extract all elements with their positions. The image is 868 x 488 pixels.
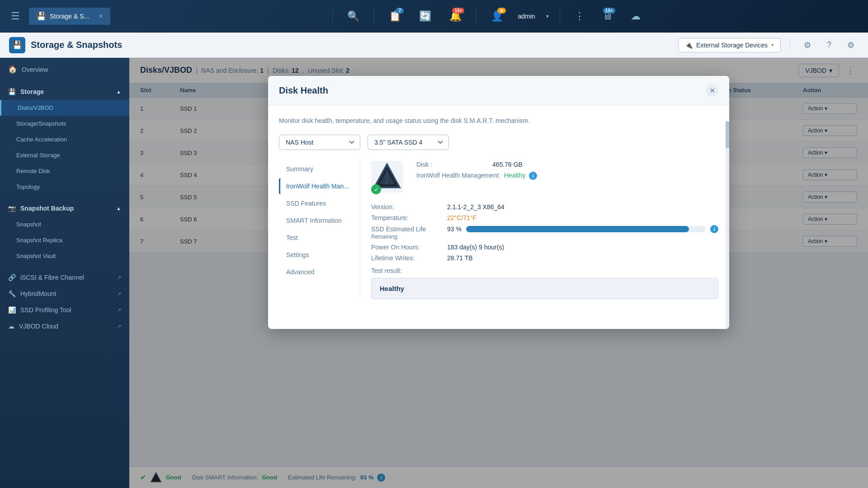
- header-divider-1: [790, 38, 790, 52]
- hybridmount-ext-icon: ↗: [117, 291, 121, 297]
- sidebar-item-cache-acceleration[interactable]: Cache Acceleration: [0, 131, 129, 147]
- settings-btn[interactable]: ⚙: [799, 37, 816, 53]
- cloud-btn[interactable]: ☁: [627, 7, 644, 26]
- ironwolf-health-label: IronWolf Health Management:: [416, 172, 500, 179]
- modal-title: Disk Health: [279, 85, 706, 96]
- power-on-row: Power On Hours: 183 day(s) 9 hour(s): [371, 244, 718, 251]
- sidebar-item-topology[interactable]: Topology: [0, 179, 129, 195]
- modal-body: Monitor disk health, temperature, and us…: [268, 105, 729, 329]
- hamburger-menu[interactable]: ☰: [7, 7, 24, 26]
- topbar-center: 🔍 📋 7 🔄 🔔 10+ 👤 ★ admin ▾ ⋮ 🖥 10+ ☁: [116, 7, 861, 26]
- modal-nav: Summary IronWolf Health Man... SSD Featu…: [279, 161, 360, 299]
- sidebar-storage-section: 💾 Storage ▲ Disks/VJBOD Storage/Snapshot…: [0, 81, 129, 197]
- nav-item-summary[interactable]: Summary: [279, 161, 360, 177]
- snapshot-group-icon: 📷: [8, 205, 16, 212]
- sidebar-storage-group[interactable]: 💾 Storage ▲: [0, 84, 129, 100]
- settings-icon: ⚙: [804, 40, 811, 50]
- ssd-profiling-icon: 📊: [8, 306, 16, 314]
- admin-label[interactable]: admin: [518, 13, 535, 20]
- detail-top: ✓ Disk : 465.76 GB IronWolf Health Manag…: [371, 161, 718, 194]
- ssd-life-label: SSD Estimated LifeRemaining:: [371, 225, 443, 240]
- nav-item-ironwolf[interactable]: IronWolf Health Man...: [279, 178, 360, 194]
- disk-value: 465.76 GB: [492, 161, 523, 168]
- test-result-label: Test result:: [371, 267, 718, 274]
- ironwolf-icon-area: ✓: [371, 161, 407, 194]
- modal-content: Summary IronWolf Health Man... SSD Featu…: [279, 161, 718, 299]
- external-storage-btn[interactable]: 🔌 External Storage Devices ▾: [678, 38, 781, 52]
- tab-close-btn[interactable]: ✕: [99, 13, 103, 19]
- sidebar-item-disks-vjbod[interactable]: Disks/VJBOD: [0, 100, 129, 116]
- sidebar-item-snapshot-vault-label: Snapshot Vault: [16, 253, 56, 259]
- updates-btn[interactable]: 🖥 10+: [599, 7, 616, 26]
- modal-overlay: Disk Health ✕ Monitor disk health, tempe…: [129, 58, 868, 488]
- storage-chevron: ▲: [116, 89, 121, 94]
- sidebar-item-hybridmount[interactable]: 🔧 HybridMount ↗: [0, 286, 129, 302]
- power-on-label: Power On Hours:: [371, 244, 443, 251]
- ironwolf-health-value: Healthy: [504, 172, 525, 179]
- nav-item-ssd-features[interactable]: SSD Features: [279, 195, 360, 211]
- nav-item-smart[interactable]: SMART Information: [279, 212, 360, 229]
- sidebar-item-iscsi[interactable]: 🔗 iSCSI & Fibre Channel ↗: [0, 269, 129, 286]
- search-btn[interactable]: 🔍: [344, 7, 363, 26]
- help-btn[interactable]: ?: [821, 37, 837, 53]
- sidebar-item-vjbod-cloud[interactable]: ☁ VJBOD Cloud ↗: [0, 318, 129, 334]
- hybridmount-icon: 🔧: [8, 290, 16, 297]
- sidebar-item-hybridmount-label: HybridMount: [20, 290, 56, 297]
- gear-btn[interactable]: ⚙: [843, 37, 859, 53]
- modal-close-btn[interactable]: ✕: [706, 84, 718, 97]
- sidebar-item-ssd-profiling[interactable]: 📊 SSD Profiling Tool ↗: [0, 302, 129, 318]
- ssd-life-progress: 93 % i: [447, 225, 718, 233]
- disk-select[interactable]: 3.5" SATA SSD 4: [368, 135, 449, 150]
- sidebar-item-remote-disk[interactable]: Remote Disk: [0, 163, 129, 179]
- active-tab[interactable]: 💾 Storage & S... ✕: [29, 8, 110, 25]
- divider-4: [560, 8, 560, 24]
- sidebar-item-iscsi-label: iSCSI & Fibre Channel: [20, 274, 84, 281]
- notifications-btn[interactable]: 🔔 10+: [446, 7, 465, 26]
- lifetime-row: Lifetime Writes: 28.71 TB: [371, 254, 718, 262]
- modal-description: Monitor disk health, temperature, and us…: [279, 116, 718, 126]
- power-on-value: 183 day(s) 9 hour(s): [447, 244, 504, 251]
- admin-chevron[interactable]: ▾: [546, 13, 549, 19]
- modal-detail: ✓ Disk : 465.76 GB IronWolf Health Manag…: [371, 161, 718, 299]
- help-icon: ?: [827, 40, 831, 50]
- ext-storage-label: External Storage Devices: [696, 42, 768, 49]
- sidebar-item-external-storage[interactable]: External Storage: [0, 147, 129, 163]
- vjbod-cloud-icon: ☁: [8, 323, 14, 330]
- ssd-life-info-icon[interactable]: i: [710, 225, 718, 233]
- divider-1: [332, 8, 333, 24]
- tasks-btn[interactable]: 📋 7: [385, 7, 405, 26]
- modal-header: Disk Health ✕: [268, 76, 729, 105]
- sidebar-item-snapshot-replica[interactable]: Snapshot Replica: [0, 232, 129, 248]
- ironwolf-info-icon[interactable]: i: [529, 172, 537, 180]
- temperature-label: Temperature:: [371, 214, 443, 221]
- nav-item-test[interactable]: Test: [279, 230, 360, 246]
- sidebar-item-snapshot[interactable]: Snapshot: [0, 216, 129, 232]
- detail-info: Disk : 465.76 GB IronWolf Health Managem…: [416, 161, 718, 194]
- disk-size-row: Disk : 465.76 GB: [416, 161, 718, 168]
- iscsi-ext-icon: ↗: [117, 275, 121, 281]
- more-users-btn[interactable]: ⋮: [571, 7, 588, 26]
- progress-bar-fill: [466, 226, 689, 232]
- sidebar-item-overview[interactable]: 🏠 Overview: [0, 61, 129, 78]
- sidebar: 🏠 Overview 💾 Storage ▲ Disks/VJBOD Stora…: [0, 58, 129, 488]
- app-header: 💾 Storage & Snapshots 🔌 External Storage…: [0, 33, 868, 58]
- sidebar-snapshot-group[interactable]: 📷 Snapshot Backup ▲: [0, 200, 129, 216]
- sidebar-snapshot-label: Snapshot Backup: [20, 205, 74, 212]
- user-btn[interactable]: 👤 ★: [487, 7, 507, 26]
- detail-check-icon: ✓: [371, 184, 381, 194]
- nav-item-settings[interactable]: Settings: [279, 247, 360, 263]
- sidebar-item-snapshot-label: Snapshot: [16, 221, 41, 228]
- user-badge: ★: [497, 8, 506, 14]
- sidebar-item-snapshot-vault[interactable]: Snapshot Vault: [0, 248, 129, 264]
- modal-scrollbar[interactable]: [726, 121, 729, 329]
- ext-storage-chevron: ▾: [771, 42, 774, 48]
- nav-item-advanced[interactable]: Advanced: [279, 264, 360, 280]
- sidebar-item-storage-snapshots[interactable]: Storage/Snapshots: [0, 116, 129, 131]
- tab-icon: 💾: [36, 11, 46, 21]
- sidebar-item-remote-disk-label: Remote Disk: [16, 168, 50, 174]
- version-value: 2.1.1-2_2_3 X86_64: [447, 203, 505, 211]
- divider-2: [374, 8, 374, 24]
- refresh-btn[interactable]: 🔄: [415, 7, 435, 26]
- disk-label: Disk :: [416, 161, 489, 168]
- nas-host-select[interactable]: NAS Host: [279, 135, 360, 150]
